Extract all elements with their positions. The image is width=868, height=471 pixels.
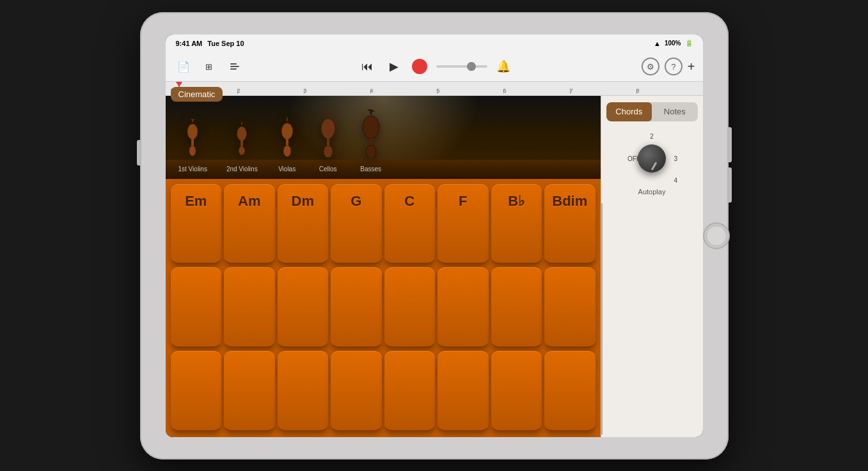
chord-row-1: Em Am Dm G C — [171, 184, 596, 265]
toolbar-right: ⚙ ? + — [642, 58, 695, 75]
help-button[interactable]: ? — [665, 58, 683, 75]
chord-pad-r2-2[interactable] — [224, 267, 275, 348]
chord-pad-r3-2[interactable] — [224, 351, 275, 432]
svg-point-0 — [187, 124, 198, 139]
svg-point-20 — [366, 145, 376, 157]
volume-down-button[interactable] — [729, 167, 732, 203]
date-display: Tue Sep 10 — [207, 40, 244, 47]
rewind-button[interactable]: ⏮ — [358, 58, 376, 75]
knob-label-2: 2 — [650, 133, 654, 140]
chord-pad-r3-4[interactable] — [331, 351, 382, 432]
svg-point-15 — [324, 145, 333, 157]
chord-pad-bdim[interactable]: Bdim — [544, 184, 596, 265]
chord-pad-r3-3[interactable] — [278, 351, 329, 432]
knob-label-4: 4 — [674, 177, 677, 184]
chord-pad-r3-8[interactable] — [544, 351, 596, 432]
knob-indicator — [651, 162, 658, 171]
svg-line-4 — [191, 119, 194, 120]
chord-pad-r2-5[interactable] — [384, 267, 436, 348]
add-icon: + — [688, 59, 695, 73]
toolbar-left: 📄 ⊞ — [173, 56, 245, 77]
bass-image — [359, 109, 383, 163]
status-left: 9:41 AM Tue Sep 10 — [176, 40, 244, 47]
metronome-button[interactable]: 🔔 — [496, 59, 510, 73]
svg-line-17 — [326, 112, 331, 114]
ruler-mark: 6 — [503, 86, 570, 94]
chord-pad-g[interactable]: G — [331, 184, 382, 265]
autoplay-knob[interactable] — [638, 144, 666, 173]
chord-pad-bb[interactable]: B♭ — [491, 184, 542, 265]
volume-up-button[interactable] — [729, 127, 732, 162]
instrument-2nd-violins[interactable]: 2nd Violins — [226, 122, 258, 173]
metronome-icon: 🔔 — [496, 60, 510, 73]
toolbar-center: ⏮ ▶ 🔔 — [358, 58, 510, 75]
chord-label-am: Am — [238, 193, 260, 210]
status-bar: 9:41 AM Tue Sep 10 ▲ 100% 🔋 — [166, 35, 703, 52]
notes-mode-button[interactable]: Notes — [652, 102, 698, 121]
new-song-button[interactable]: 📄 — [173, 56, 194, 77]
chord-pad-r2-6[interactable] — [438, 267, 489, 348]
ruler-mark: 7 — [570, 86, 636, 94]
settings-button[interactable]: ⚙ — [642, 58, 659, 75]
violin-2-image — [233, 122, 251, 163]
chord-label-bdim: Bdim — [552, 193, 587, 210]
toolbar: 📄 ⊞ ⏮ ▶ — [166, 52, 703, 82]
chords-mode-button[interactable]: Chords — [606, 102, 652, 121]
autoplay-title: Autoplay — [638, 188, 666, 196]
chord-pad-r3-1[interactable] — [171, 351, 222, 432]
chord-pad-r2-4[interactable] — [331, 267, 382, 348]
tracks-button[interactable]: ⊞ — [199, 56, 219, 77]
chord-pad-r2-1[interactable] — [171, 267, 222, 348]
svg-point-2 — [189, 146, 196, 156]
instrument-violas[interactable]: Violas — [277, 118, 297, 173]
side-button[interactable] — [137, 140, 140, 166]
mixer-icon — [230, 63, 239, 70]
svg-point-11 — [283, 145, 291, 156]
playhead-dot — [467, 62, 476, 71]
ruler-marks: 1 2 3 4 5 6 7 8 — [166, 86, 703, 94]
viola-label: Violas — [278, 166, 296, 173]
chord-pad-r3-5[interactable] — [384, 351, 436, 432]
chord-pads-area: Em Am Dm G C — [166, 179, 601, 437]
chord-pad-r2-7[interactable] — [491, 267, 542, 348]
chord-pad-r2-8[interactable] — [544, 267, 596, 348]
add-track-button[interactable]: + — [688, 59, 695, 74]
instrument-cellos[interactable]: Cellos — [317, 112, 340, 173]
svg-point-13 — [321, 118, 335, 138]
instrument-1st-violins[interactable]: 1st Violins — [178, 119, 207, 173]
record-button[interactable] — [412, 59, 427, 74]
chord-pad-f[interactable]: F — [438, 184, 489, 265]
autoplay-knob-container: 2 3 4 OFF — [626, 133, 677, 184]
chord-label-dm: Dm — [292, 193, 314, 210]
chord-pad-dm[interactable]: Dm — [278, 184, 329, 265]
time-display: 9:41 AM — [176, 40, 203, 47]
chord-label-c: C — [404, 193, 414, 210]
instrument-area: 1st Violins 2nd Violins — [166, 96, 601, 179]
mixer-button[interactable] — [225, 56, 245, 77]
instrument-basses[interactable]: Basses — [359, 109, 383, 173]
chord-pad-r3-6[interactable] — [438, 351, 489, 432]
home-button[interactable] — [703, 222, 730, 249]
track-label[interactable]: Cinematic — [171, 96, 223, 102]
ruler-mark: 3 — [304, 86, 370, 94]
rewind-icon: ⏮ — [361, 60, 373, 73]
chord-row-3 — [171, 351, 596, 432]
track-area: Cinematic — [166, 96, 601, 437]
chord-pad-c[interactable]: C — [384, 184, 436, 265]
ruler-mark: 4 — [370, 86, 437, 94]
chord-pad-em[interactable]: Em — [171, 184, 222, 265]
chord-label-f: F — [459, 193, 467, 210]
battery-display: 100% — [665, 40, 681, 47]
ipad-device: 9:41 AM Tue Sep 10 ▲ 100% 🔋 📄 ⊞ — [140, 12, 729, 459]
chord-pad-am[interactable]: Am — [224, 184, 275, 265]
play-button[interactable]: ▶ — [385, 58, 403, 75]
tracks-icon: ⊞ — [205, 62, 212, 72]
cello-image — [317, 112, 340, 163]
playhead-slider[interactable] — [436, 65, 487, 68]
chord-pad-r2-3[interactable] — [278, 267, 329, 348]
svg-point-7 — [239, 146, 245, 155]
chord-row-2 — [171, 267, 596, 348]
chord-pad-r3-7[interactable] — [491, 351, 542, 432]
right-panel: Chords Notes 2 3 4 OFF — [601, 96, 703, 437]
violin-2-label: 2nd Violins — [226, 166, 258, 173]
